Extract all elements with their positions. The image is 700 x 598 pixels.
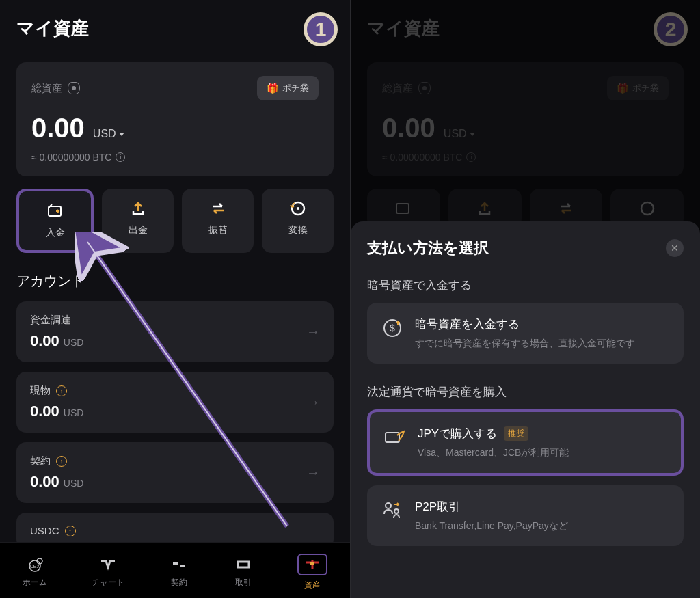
transfer-icon xyxy=(209,200,227,217)
nav-label: 取引 xyxy=(235,577,252,588)
payment-method-sheet: 支払い方法を選択 ✕ 暗号資産で入金する $ 暗号資産を入金する すでに暗号資産… xyxy=(351,221,700,598)
convert-icon xyxy=(638,200,656,217)
withdraw-icon xyxy=(476,200,494,217)
svg-rect-11 xyxy=(310,562,314,565)
option-crypto-deposit[interactable]: $ 暗号資産を入金する すでに暗号資産を保有する場合、直接入金可能です xyxy=(367,303,684,364)
currency-selector[interactable]: USD xyxy=(444,128,475,140)
svg-point-13 xyxy=(641,202,654,215)
currency-label: USD xyxy=(444,128,467,140)
option-title: P2P取引 xyxy=(415,499,670,515)
currency-label: USD xyxy=(93,128,116,140)
crypto-deposit-icon: $ xyxy=(381,316,404,340)
total-amount: 0.00 xyxy=(31,113,85,144)
caret-down-icon xyxy=(470,133,475,136)
deposit-icon xyxy=(394,200,412,217)
btc-equivalent: ≈ 0.00000000 BTC i xyxy=(31,152,319,163)
convert-icon xyxy=(289,200,307,217)
visibility-toggle-icon[interactable] xyxy=(418,82,431,94)
nav-assets[interactable]: 資産 xyxy=(297,554,327,591)
svg-rect-8 xyxy=(173,562,178,565)
page-title: マイ資産 xyxy=(367,16,684,40)
total-asset-card: 総資産 🎁 ポチ袋 0.00 USD ≈ 0.00000000 BTC i xyxy=(16,62,334,176)
total-asset-card: 総資産 🎁 ポチ袋 0.00 USD ≈ 0.00000000 BTC i xyxy=(367,62,684,176)
account-amount: 0.00 xyxy=(30,473,59,491)
account-contract[interactable]: 契約 ↑ 0.00 USD → xyxy=(16,442,334,503)
visibility-toggle-icon[interactable] xyxy=(68,82,80,94)
btc-equivalent: ≈ 0.00000000 BTC i xyxy=(382,152,669,163)
assets-icon xyxy=(303,556,322,573)
arrow-up-circle-icon: ↑ xyxy=(56,456,67,467)
total-asset-label: 総資産 xyxy=(31,82,80,95)
action-row: 入金 出金 振替 変換 xyxy=(16,189,334,253)
nav-chart[interactable]: チャート xyxy=(92,556,124,588)
panel-left: マイ資産 1 総資産 🎁 ポチ袋 0.00 USD ≈ 0.00000000 B… xyxy=(0,0,350,598)
transfer-icon xyxy=(557,200,575,217)
nav-contract[interactable]: 契約 xyxy=(170,556,189,588)
chevron-right-icon: → xyxy=(306,324,320,340)
btc-text: ≈ 0.00000000 BTC xyxy=(382,152,462,163)
transfer-label: 振替 xyxy=(208,224,228,236)
option-p2p[interactable]: P2P取引 Bank Transfer,Line Pay,PayPayなど xyxy=(367,485,684,546)
option-buy-jpy[interactable]: JPYで購入する 推奨 Visa、Mastercard、JCBが利用可能 xyxy=(367,409,684,476)
convert-label: 変換 xyxy=(288,224,308,236)
account-name: 現物 ↑ xyxy=(30,384,83,397)
step-badge-2: 2 xyxy=(654,12,688,46)
svg-rect-12 xyxy=(396,204,409,213)
asset-label-text: 総資産 xyxy=(31,82,62,95)
total-asset-label: 総資産 xyxy=(382,82,431,95)
svg-rect-10 xyxy=(238,562,249,567)
currency-selector[interactable]: USD xyxy=(93,128,124,140)
arrow-up-circle-icon: ↑ xyxy=(65,526,76,536)
home-icon: CEX xyxy=(25,556,44,573)
caret-down-icon xyxy=(119,133,124,136)
info-icon[interactable]: i xyxy=(116,152,125,162)
bonus-label: ポチ袋 xyxy=(282,82,309,94)
bottom-nav: CEX ホーム チャート 契約 取引 資産 xyxy=(0,542,350,598)
account-name: USDC ↑ xyxy=(30,525,76,536)
asset-label-text: 総資産 xyxy=(382,82,413,95)
nav-label: 資産 xyxy=(304,580,321,591)
contract-icon xyxy=(170,556,189,573)
page-title: マイ資産 xyxy=(16,16,334,40)
account-funding[interactable]: 資金調達 0.00 USD → xyxy=(16,301,334,362)
info-icon[interactable]: i xyxy=(466,152,476,162)
account-overview-title: アカウント xyxy=(16,272,334,290)
nav-label: ホーム xyxy=(23,577,47,588)
svg-point-18 xyxy=(394,509,399,513)
withdraw-button[interactable]: 出金 xyxy=(102,189,174,253)
nav-label: 契約 xyxy=(171,577,187,588)
nav-home[interactable]: CEX ホーム xyxy=(23,556,47,588)
total-amount: 0.00 xyxy=(382,113,435,144)
withdraw-label: 出金 xyxy=(129,224,148,236)
option-title: 暗号資産を入金する xyxy=(415,316,670,332)
header: マイ資産 xyxy=(0,0,350,51)
withdraw-icon xyxy=(129,200,147,217)
sheet-title: 支払い方法を選択 xyxy=(367,238,489,258)
nav-label: チャート xyxy=(92,577,124,588)
svg-text:CEX: CEX xyxy=(30,564,40,569)
nav-trade[interactable]: 取引 xyxy=(234,556,253,588)
convert-button[interactable]: 変換 xyxy=(262,189,334,253)
svg-rect-9 xyxy=(180,565,185,567)
bonus-label: ポチ袋 xyxy=(632,82,659,94)
account-spot[interactable]: 現物 ↑ 0.00 USD → xyxy=(16,372,334,433)
account-amount: 0.00 xyxy=(30,403,59,420)
bonus-button[interactable]: 🎁 ポチ袋 xyxy=(607,76,669,100)
panel-right: マイ資産 2 総資産 🎁 ポチ袋 0.00 USD ≈ 0.00000000 B… xyxy=(350,0,700,598)
section-fiat-buy: 法定通貨で暗号資産を購入 xyxy=(367,384,684,400)
step-badge-1: 1 xyxy=(304,12,338,46)
svg-text:$: $ xyxy=(390,323,395,334)
account-currency: USD xyxy=(64,407,84,418)
chart-icon xyxy=(98,556,118,573)
transfer-button[interactable]: 振替 xyxy=(182,189,254,253)
bonus-button[interactable]: 🎁 ポチ袋 xyxy=(257,76,319,100)
account-currency: USD xyxy=(64,337,84,348)
arrow-up-circle-icon: ↑ xyxy=(56,385,67,396)
btc-text: ≈ 0.00000000 BTC xyxy=(31,152,111,163)
svg-point-2 xyxy=(297,207,299,210)
section-crypto-deposit: 暗号資産で入金する xyxy=(367,277,684,293)
deposit-button[interactable]: 入金 xyxy=(16,189,94,253)
option-desc: Bank Transfer,Line Pay,PayPayなど xyxy=(415,520,670,532)
close-button[interactable]: ✕ xyxy=(666,239,684,257)
trade-icon xyxy=(234,556,253,573)
